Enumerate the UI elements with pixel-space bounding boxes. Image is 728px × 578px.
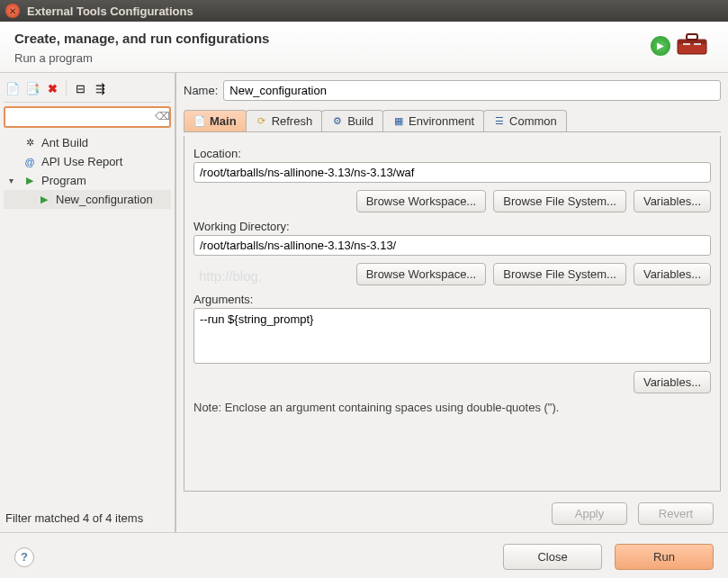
- tab-refresh[interactable]: ⟳Refresh: [246, 110, 323, 131]
- new-config-icon[interactable]: 📄: [4, 80, 22, 96]
- svg-rect-4: [694, 43, 701, 45]
- tree-item-program[interactable]: ▾ ▶ Program: [4, 171, 171, 190]
- delete-icon[interactable]: ✖: [43, 80, 61, 96]
- tab-bar: 📄Main ⟳Refresh ⚙Build ▦Environment ☰Comm…: [184, 110, 721, 132]
- config-tree[interactable]: ✲ Ant Build @ API Use Report ▾ ▶ Program…: [4, 133, 171, 508]
- window-close-button[interactable]: ✕: [5, 4, 20, 18]
- location-label: Location:: [193, 147, 711, 160]
- collapse-icon[interactable]: ⊟: [71, 80, 89, 96]
- common-icon: ☰: [493, 115, 506, 128]
- header-subtitle: Run a program: [14, 51, 269, 65]
- bottom-bar: ? Close Run: [0, 532, 728, 578]
- run-icon: ▶: [651, 36, 670, 56]
- program-icon: ▶: [38, 194, 50, 206]
- window-title: External Tools Configurations: [27, 5, 193, 18]
- tab-build[interactable]: ⚙Build: [321, 110, 383, 131]
- duplicate-icon[interactable]: 📑: [23, 80, 41, 96]
- svg-rect-2: [687, 34, 697, 40]
- wd-input[interactable]: [193, 235, 711, 256]
- header-title: Create, manage, and run configurations: [14, 31, 269, 46]
- tree-item-new-configuration[interactable]: ▶ New_configuration: [4, 190, 171, 209]
- environment-icon: ▦: [392, 115, 405, 128]
- arguments-input[interactable]: [193, 308, 711, 364]
- location-input[interactable]: [193, 162, 711, 183]
- revert-button[interactable]: Revert: [638, 502, 714, 525]
- arguments-note: Note: Enclose an argument containing spa…: [193, 401, 711, 414]
- tab-main-panel: Location: Browse Workspace... Browse Fil…: [184, 136, 721, 492]
- help-button[interactable]: ?: [14, 547, 34, 567]
- ant-icon: ✲: [23, 137, 36, 149]
- toolbox-icon: [674, 31, 710, 60]
- args-label: Arguments:: [193, 293, 711, 306]
- tree-label: API Use Report: [41, 155, 122, 168]
- variables-button-3[interactable]: Variables...: [634, 371, 711, 393]
- variables-button-2[interactable]: Variables...: [634, 263, 711, 285]
- sidebar-toolbar: 📄 📑 ✖ ⊟ ⇶: [4, 78, 171, 103]
- clear-filter-icon[interactable]: ⌫: [155, 110, 167, 122]
- doc-icon: 📄: [193, 115, 206, 128]
- tree-item-api[interactable]: @ API Use Report: [4, 152, 171, 171]
- browse-filesystem-button[interactable]: Browse File System...: [493, 190, 626, 212]
- run-button[interactable]: Run: [615, 544, 714, 570]
- filter-icon[interactable]: ⇶: [91, 80, 109, 96]
- tree-item-ant[interactable]: ✲ Ant Build: [4, 133, 171, 152]
- tree-label: New_configuration: [56, 193, 153, 206]
- api-icon: @: [23, 156, 36, 168]
- main-panel: Name: 📄Main ⟳Refresh ⚙Build ▦Environment…: [176, 73, 728, 532]
- tree-label: Program: [41, 174, 86, 187]
- watermark: http://blog.: [199, 268, 262, 284]
- browse-workspace-button[interactable]: Browse Workspace...: [356, 190, 487, 212]
- svg-rect-3: [683, 43, 690, 45]
- browse-filesystem-button-2[interactable]: Browse File System...: [493, 263, 626, 285]
- program-icon: ▶: [23, 175, 36, 187]
- apply-revert-row: Apply Revert: [184, 495, 721, 528]
- browse-workspace-button-2[interactable]: Browse Workspace...: [356, 263, 487, 285]
- filter-input[interactable]: [4, 106, 171, 128]
- close-button[interactable]: Close: [503, 544, 602, 570]
- wd-label: Working Directory:: [193, 220, 711, 233]
- filter-status: Filter matched 4 of 4 items: [4, 508, 171, 528]
- expand-icon[interactable]: ▾: [9, 176, 18, 185]
- tree-label: Ant Build: [41, 136, 88, 149]
- tab-main[interactable]: 📄Main: [184, 110, 247, 131]
- apply-button[interactable]: Apply: [552, 502, 627, 525]
- variables-button[interactable]: Variables...: [634, 190, 711, 212]
- tab-common[interactable]: ☰Common: [483, 110, 567, 131]
- tab-environment[interactable]: ▦Environment: [382, 110, 484, 131]
- titlebar: ✕ External Tools Configurations: [0, 0, 728, 22]
- refresh-icon: ⟳: [256, 115, 268, 128]
- build-icon: ⚙: [331, 115, 344, 128]
- sidebar: 📄 📑 ✖ ⊟ ⇶ ⌫ ✲ Ant Build @ API Use Report…: [0, 73, 176, 532]
- name-input[interactable]: [223, 80, 721, 101]
- name-label: Name:: [184, 84, 218, 97]
- header: Create, manage, and run configurations R…: [0, 22, 728, 73]
